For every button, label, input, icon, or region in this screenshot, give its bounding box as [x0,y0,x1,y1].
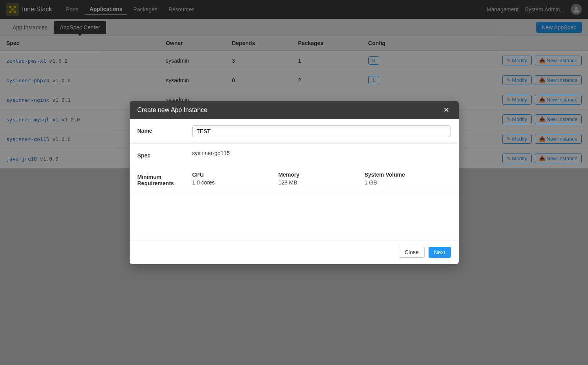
modal-name-label: Name [138,125,192,134]
modal-title: Create new App Instance [138,107,208,114]
modal-spec-label: Spec [138,150,192,159]
modal-spec-value: sysinner-go115 [192,150,451,156]
modal-header: Create new App Instance ✕ [130,101,459,119]
modal-spec-row: Spec sysinner-go115 [130,144,459,165]
modal-body: Name Spec sysinner-go115 Minimum Require… [130,119,459,168]
modal-overlay: Create new App Instance ✕ Name Spec sysi… [0,0,588,168]
modal-min-req-row: Minimum Requirements CPU 1.0 cores Memor… [130,165,459,168]
modal-close-button[interactable]: ✕ [442,107,451,114]
modal-name-row: Name [130,119,459,144]
create-instance-modal: Create new App Instance ✕ Name Spec sysi… [130,101,459,168]
name-input[interactable] [192,125,451,137]
modal-name-value [192,125,451,137]
